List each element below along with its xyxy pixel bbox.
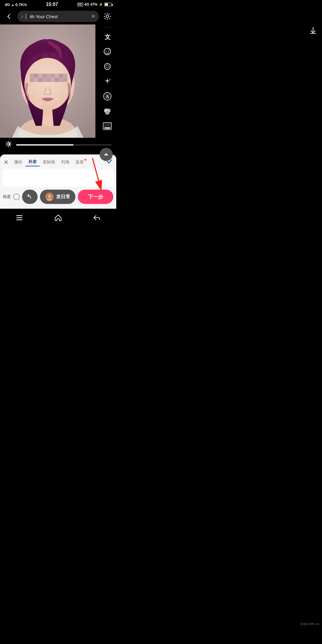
svg-text:A: A — [106, 94, 109, 99]
right-sidebar: 文 — [98, 24, 116, 138]
brightness-icon[interactable] — [5, 140, 13, 150]
degree-label: 程度 — [3, 194, 11, 199]
bottom-panel: ✕ 蓬松 补发 发际线 刘海 染发 程度 — [0, 154, 116, 209]
svg-rect-44 — [16, 219, 22, 220]
next-step-button[interactable]: 下一步 — [78, 190, 113, 204]
svg-point-0 — [106, 15, 109, 18]
panel-content-area — [2, 169, 114, 187]
sparkle-tool-button[interactable] — [101, 75, 114, 88]
cursor-line — [26, 14, 26, 19]
svg-rect-15 — [30, 78, 34, 82]
status-time: 15:07 — [46, 2, 58, 7]
svg-rect-14 — [63, 74, 67, 78]
navigation-bar — [0, 209, 116, 228]
clear-search-button[interactable]: ✕ — [91, 13, 95, 20]
svg-rect-43 — [16, 217, 22, 218]
svg-rect-18 — [42, 78, 47, 82]
svg-rect-17 — [38, 78, 42, 82]
svg-rect-9 — [42, 74, 47, 78]
tab-pengsung[interactable]: 蓬松 — [11, 158, 25, 166]
font-tool-button[interactable]: A — [101, 90, 114, 103]
svg-point-40 — [48, 195, 51, 198]
share-button[interactable] — [22, 190, 38, 204]
back-nav-button[interactable] — [90, 212, 103, 223]
hd-badge: HD — [77, 3, 83, 7]
svg-rect-22 — [59, 78, 63, 82]
panel-collapse-button[interactable] — [100, 148, 113, 161]
daily-post-button[interactable]: 发日常 — [40, 190, 75, 204]
search-text: ith Your Chest — [30, 14, 89, 19]
svg-text:文: 文 — [105, 34, 111, 40]
svg-rect-7 — [34, 74, 38, 78]
user-avatar — [45, 193, 54, 201]
svg-point-28 — [104, 64, 110, 69]
battery-percent: 47% — [90, 2, 97, 7]
svg-rect-6 — [30, 74, 34, 78]
sticker-tool-button[interactable] — [101, 45, 114, 58]
divider — [103, 27, 112, 28]
svg-rect-21 — [55, 78, 59, 82]
settings-button[interactable] — [102, 11, 113, 22]
svg-point-26 — [106, 51, 107, 52]
brightness-slider[interactable] — [16, 144, 112, 145]
bottom-action-row: 程度 发日常 下一步 — [0, 187, 116, 206]
tab-bufa[interactable]: 补发 — [25, 158, 40, 166]
main-area: 文 — [0, 24, 116, 138]
svg-rect-20 — [51, 78, 55, 82]
status-bar: 4G ▲ 0.7K/s 15:07 HD 4G 47% ⚡ — [0, 0, 116, 8]
magic-tool-button[interactable] — [101, 60, 114, 73]
music-icon: ♪ — [21, 14, 23, 19]
svg-rect-11 — [51, 74, 55, 78]
brightness-section — [0, 138, 116, 154]
svg-rect-19 — [47, 78, 51, 82]
svg-point-25 — [104, 48, 111, 55]
back-button[interactable] — [4, 11, 14, 22]
svg-rect-8 — [38, 74, 42, 78]
caption-tool-button[interactable] — [101, 120, 114, 133]
top-bar: ♪ ith Your Chest ✕ — [0, 8, 116, 24]
tab-liuhai[interactable]: 刘海 — [58, 158, 72, 166]
status-right: HD 4G 47% ⚡ — [77, 2, 112, 7]
menu-nav-button[interactable] — [13, 212, 26, 223]
svg-rect-10 — [47, 74, 51, 78]
image-container — [0, 24, 98, 138]
color-tool-button[interactable] — [101, 105, 114, 118]
search-bar[interactable]: ♪ ith Your Chest ✕ — [17, 11, 99, 22]
svg-rect-16 — [34, 78, 38, 82]
text-tool-button[interactable]: 文 — [101, 30, 114, 43]
charging-icon: ⚡ — [99, 2, 103, 7]
svg-rect-23 — [63, 78, 67, 82]
tab-fajixian[interactable]: 发际线 — [40, 158, 58, 166]
svg-point-34 — [105, 111, 109, 115]
close-panel-button[interactable]: ✕ — [4, 159, 9, 166]
daily-btn-text: 发日常 — [56, 194, 70, 200]
speed-indicator: 0.7K/s — [16, 2, 27, 7]
status-left: 4G ▲ 0.7K/s — [5, 2, 27, 7]
svg-rect-12 — [55, 74, 59, 78]
network-type: 4G — [84, 2, 89, 7]
svg-rect-13 — [59, 74, 63, 78]
tab-ranfa[interactable]: 染发 — [72, 158, 87, 166]
svg-rect-37 — [104, 127, 110, 129]
portrait-image — [0, 24, 95, 138]
tabs-row: ✕ 蓬松 补发 发际线 刘海 染发 — [0, 154, 116, 169]
home-nav-button[interactable] — [52, 212, 65, 223]
svg-rect-42 — [16, 215, 22, 216]
signal-strength: 4G ▲ — [5, 2, 14, 7]
svg-point-27 — [108, 51, 109, 52]
next-btn-text: 下一步 — [88, 193, 103, 200]
radio-input[interactable] — [13, 193, 20, 200]
battery-icon — [104, 3, 112, 6]
svg-point-5 — [24, 58, 71, 110]
